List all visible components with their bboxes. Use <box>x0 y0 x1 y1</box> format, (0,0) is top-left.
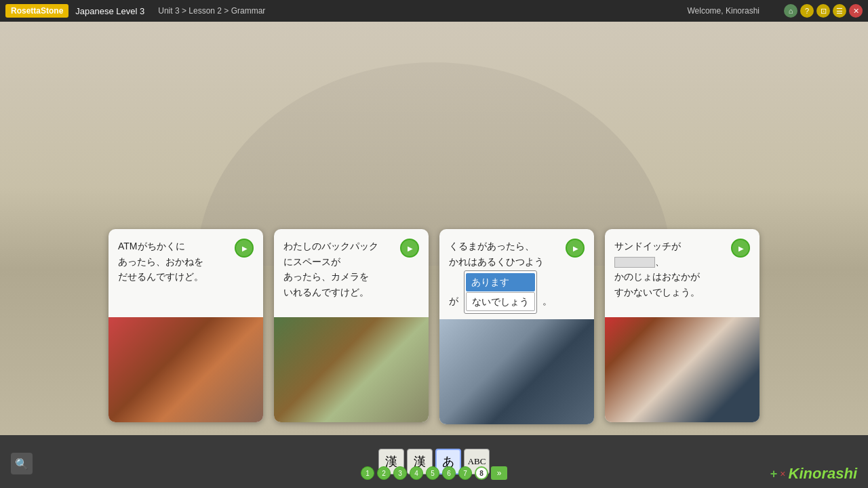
card-4-blank[interactable] <box>614 257 655 268</box>
page-dot-5[interactable]: 5 <box>426 466 439 480</box>
card-1-audio-button[interactable] <box>235 239 254 258</box>
card-4: サンドイッチが 、 かのじょはおなかがすかないでしょう。 <box>605 229 760 422</box>
topbar: RosettaStone Japanese Level 3 Unit 3 > L… <box>0 0 868 22</box>
card-3-audio-button[interactable] <box>566 239 585 258</box>
page-dot-6[interactable]: 6 <box>442 466 456 480</box>
course-title: Japanese Level 3 <box>75 6 144 16</box>
card-3-dropdown[interactable]: あります ないでしょう <box>464 270 537 314</box>
settings-icon[interactable]: ☰ <box>833 4 846 18</box>
kinorashi-logo: + × Kinorashi <box>770 465 857 483</box>
page-dot-8[interactable]: 8 <box>475 466 488 480</box>
cards-container: ATMがちかくにあったら、おかねをだせるんですけど。 わたしのバックパックにスペ… <box>108 218 760 435</box>
card-3: くるまがあったら、かれはあるくひつようが あります ないでしょう 。 <box>439 229 594 424</box>
card-2-audio-button[interactable] <box>400 239 419 258</box>
card-2-text-area: わたしのバックパックにスペースがあったら、カメラをいれるんですけど。 <box>274 229 429 317</box>
dropdown-option-selected[interactable]: あります <box>466 273 535 291</box>
rosetta-logo[interactable]: RosettaStone <box>5 4 68 18</box>
card-1-image <box>108 317 263 422</box>
screen-icon[interactable]: ⊡ <box>816 4 830 18</box>
main-content: ATMがちかくにあったら、おかねをだせるんですけど。 わたしのバックパックにスペ… <box>0 22 868 435</box>
card-4-audio-button[interactable] <box>731 239 750 258</box>
close-icon[interactable]: ✕ <box>849 4 863 18</box>
plus-icon: + <box>770 467 778 481</box>
page-dot-2[interactable]: 2 <box>377 466 391 480</box>
page-dot-1[interactable]: 1 <box>361 466 374 480</box>
card-2-text: わたしのバックパックにスペースがあったら、カメラをいれるんですけど。 <box>283 239 396 300</box>
breadcrumb: Unit 3 > Lesson 2 > Grammar <box>158 6 265 16</box>
search-button[interactable]: 🔍 <box>11 453 33 474</box>
card-4-image <box>605 317 760 422</box>
page-dot-7[interactable]: 7 <box>458 466 472 480</box>
bottombar: 🔍 漢 漢 あ ABC 1 2 3 4 5 6 7 8 » + × Kinora… <box>0 435 868 488</box>
page-next-button[interactable]: » <box>491 466 507 480</box>
card-1-text: ATMがちかくにあったら、おかねをだせるんですけど。 <box>118 239 231 284</box>
dropdown-option-2[interactable]: ないでしょう <box>466 292 535 311</box>
kinorashi-text: Kinorashi <box>789 465 857 483</box>
card-4-text: サンドイッチが 、 かのじょはおなかがすかないでしょう。 <box>614 239 727 300</box>
topbar-icons: ⌂ ? ⊡ ☰ ✕ <box>784 4 863 18</box>
card-3-image <box>439 319 594 424</box>
x-icon: × <box>780 468 785 479</box>
card-3-text-area: くるまがあったら、かれはあるくひつようが あります ないでしょう 。 <box>439 229 594 319</box>
page-dots: 1 2 3 4 5 6 7 8 » <box>361 466 507 480</box>
home-icon[interactable]: ⌂ <box>784 4 797 18</box>
card-1-text-area: ATMがちかくにあったら、おかねをだせるんですけど。 <box>108 229 263 317</box>
welcome-text: Welcome, Kinorashi <box>688 6 760 16</box>
card-1: ATMがちかくにあったら、おかねをだせるんですけど。 <box>108 229 263 422</box>
help-icon[interactable]: ? <box>800 4 814 18</box>
page-dot-4[interactable]: 4 <box>410 466 423 480</box>
card-4-text-area: サンドイッチが 、 かのじょはおなかがすかないでしょう。 <box>605 229 760 317</box>
page-dot-3[interactable]: 3 <box>393 466 407 480</box>
card-2-image <box>274 317 429 422</box>
card-3-text: くるまがあったら、かれはあるくひつようが あります ないでしょう 。 <box>449 239 561 314</box>
card-2: わたしのバックパックにスペースがあったら、カメラをいれるんですけど。 <box>274 229 429 422</box>
